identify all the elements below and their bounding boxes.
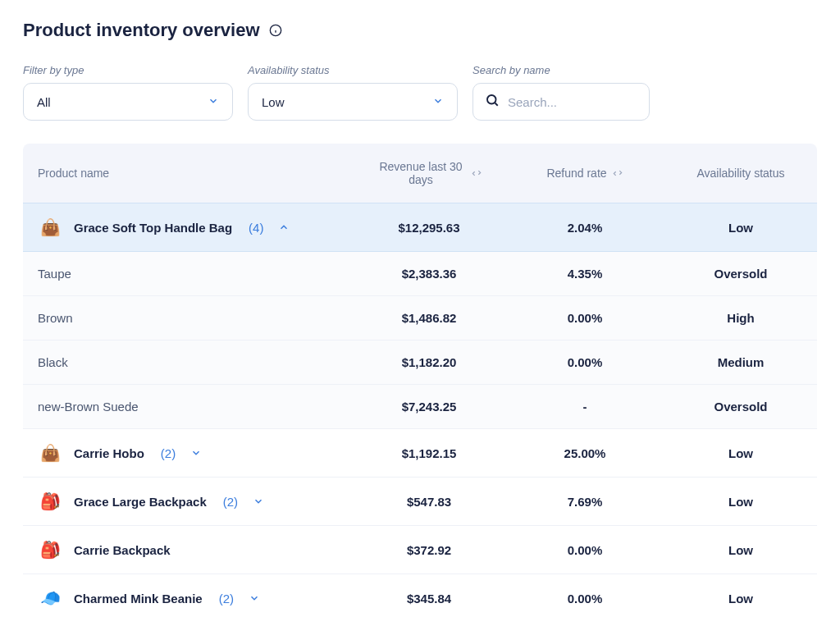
- name-cell: 👜Carrie Hobo(2): [23, 429, 351, 477]
- table-row[interactable]: 🎒Grace Large Backpack(2)$547.837.69%Low: [23, 478, 817, 526]
- name-cell: Black: [23, 344, 351, 381]
- availability-cell: Medium: [663, 344, 819, 381]
- table-row: new-Brown Suede$7,243.25-Oversold: [23, 385, 817, 429]
- product-thumbnail: 🎒: [38, 489, 62, 514]
- refund-cell: 0.00%: [507, 532, 663, 569]
- availability-cell: High: [663, 299, 819, 336]
- table-row[interactable]: 🧢Charmed Mink Beanie(2)$345.840.00%Low: [23, 574, 817, 617]
- chevron-down-icon[interactable]: [249, 592, 260, 604]
- refund-cell: 0.00%: [507, 344, 663, 381]
- column-revenue[interactable]: Revenue last 30 days: [351, 160, 507, 186]
- variant-count: (2): [219, 592, 234, 606]
- column-refund[interactable]: Refund rate: [507, 167, 663, 180]
- availability-cell: Low: [663, 532, 819, 569]
- filter-type-value: All: [37, 95, 51, 109]
- inventory-table: Product name Revenue last 30 days Refund…: [23, 144, 817, 617]
- product-name: Black: [38, 355, 68, 369]
- name-cell: Taupe: [23, 255, 351, 292]
- table-row[interactable]: 👜Carrie Hobo(2)$1,192.1525.00%Low: [23, 429, 817, 478]
- column-revenue-label: Revenue last 30 days: [376, 160, 466, 186]
- revenue-cell: $372.92: [351, 532, 507, 569]
- page-title: Product inventory overview: [23, 20, 260, 41]
- refund-cell: 0.00%: [507, 580, 663, 617]
- availability-cell: Low: [663, 483, 819, 520]
- table-row[interactable]: 👜Grace Soft Top Handle Bag(4)$12,295.632…: [23, 203, 817, 252]
- refund-cell: 25.00%: [507, 435, 663, 472]
- availability-cell: Low: [663, 209, 819, 246]
- table-header: Product name Revenue last 30 days Refund…: [23, 144, 817, 203]
- filter-type-select[interactable]: All: [23, 83, 233, 121]
- name-cell: new-Brown Suede: [23, 388, 351, 425]
- availability-cell: Low: [663, 580, 819, 617]
- filter-availability-label: Availability status: [248, 64, 458, 76]
- chevron-down-icon: [432, 95, 444, 109]
- variant-count: (4): [249, 221, 263, 235]
- search-icon: [485, 93, 500, 111]
- product-thumbnail: 👜: [38, 215, 62, 240]
- chevron-down-icon[interactable]: [253, 496, 264, 507]
- name-cell: 🎒Carrie Backpack: [23, 526, 351, 574]
- revenue-cell: $7,243.25: [351, 388, 507, 425]
- product-thumbnail: 🧢: [38, 586, 62, 610]
- chevron-down-icon: [208, 95, 219, 109]
- table-row: Taupe$2,383.364.35%Oversold: [23, 252, 817, 296]
- revenue-cell: $1,192.15: [351, 435, 507, 472]
- revenue-cell: $1,486.82: [351, 299, 507, 336]
- search-box[interactable]: [472, 83, 650, 121]
- column-refund-label: Refund rate: [546, 167, 606, 180]
- filter-type-label: Filter by type: [23, 64, 233, 76]
- chevron-down-icon[interactable]: [190, 447, 202, 459]
- search-input[interactable]: [508, 95, 664, 109]
- variant-count: (2): [161, 446, 176, 460]
- product-thumbnail: 👜: [38, 441, 62, 465]
- revenue-cell: $1,182.20: [351, 344, 507, 381]
- availability-cell: Oversold: [663, 388, 819, 425]
- name-cell: Brown: [23, 299, 351, 336]
- product-name: Grace Large Backpack: [74, 495, 207, 509]
- revenue-cell: $547.83: [351, 483, 507, 520]
- product-name: Carrie Backpack: [74, 543, 171, 557]
- refund-cell: 2.04%: [507, 209, 663, 246]
- column-product-name: Product name: [23, 167, 351, 180]
- refund-cell: -: [507, 388, 663, 425]
- name-cell: 👜Grace Soft Top Handle Bag(4): [23, 203, 351, 251]
- variant-count: (2): [223, 495, 238, 509]
- name-cell: 🎒Grace Large Backpack(2): [23, 478, 351, 525]
- column-availability: Availability status: [663, 167, 819, 180]
- refund-cell: 7.69%: [507, 483, 663, 520]
- product-thumbnail: 🎒: [38, 537, 62, 562]
- filter-availability-select[interactable]: Low: [248, 83, 458, 121]
- table-row[interactable]: 🎒Carrie Backpack$372.920.00%Low: [23, 526, 817, 574]
- name-cell: 🧢Charmed Mink Beanie(2): [23, 574, 351, 617]
- availability-cell: Low: [663, 435, 819, 472]
- availability-cell: Oversold: [663, 255, 819, 292]
- product-name: new-Brown Suede: [38, 400, 139, 414]
- revenue-cell: $12,295.63: [351, 209, 507, 246]
- table-row: Black$1,182.200.00%Medium: [23, 340, 817, 385]
- chevron-up-icon[interactable]: [278, 222, 290, 233]
- product-name: Carrie Hobo: [74, 446, 144, 460]
- svg-line-4: [495, 103, 497, 105]
- product-name: Taupe: [38, 267, 71, 281]
- svg-point-3: [487, 95, 496, 104]
- table-row: Brown$1,486.820.00%High: [23, 296, 817, 340]
- revenue-cell: $2,383.36: [351, 255, 507, 292]
- info-icon[interactable]: [268, 23, 283, 38]
- filter-search-label: Search by name: [472, 64, 650, 76]
- product-name: Brown: [38, 311, 73, 325]
- refund-cell: 4.35%: [507, 255, 663, 292]
- filter-availability-value: Low: [262, 95, 285, 109]
- product-name: Grace Soft Top Handle Bag: [74, 221, 232, 235]
- product-name: Charmed Mink Beanie: [74, 592, 203, 606]
- revenue-cell: $345.84: [351, 580, 507, 617]
- sort-icon: [471, 167, 482, 179]
- refund-cell: 0.00%: [507, 299, 663, 336]
- sort-icon: [612, 167, 623, 179]
